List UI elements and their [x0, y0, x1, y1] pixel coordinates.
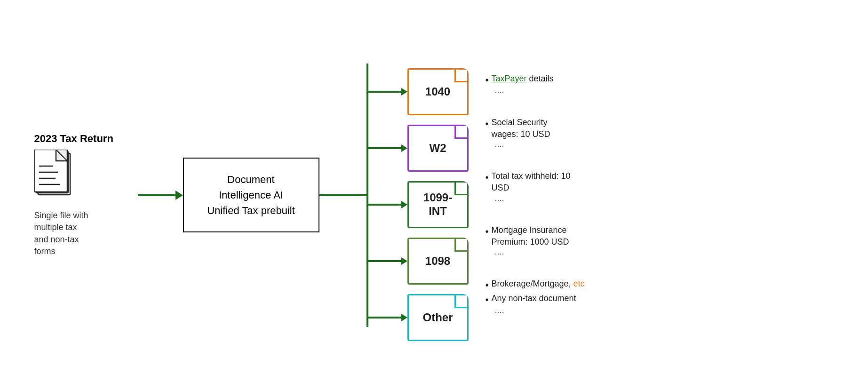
branch-structure: 1040 W2 1099-INT: [366, 64, 469, 327]
info-group-w2: • Social Securitywages: 10 USD ····: [486, 117, 585, 151]
form-label-other: Other: [422, 311, 453, 324]
info-text-social-security: Social Securitywages: 10 USD: [492, 117, 550, 140]
info-item-non-tax: • Any non-tax document: [486, 293, 585, 306]
branch-row-1099: 1099-INT: [368, 181, 469, 228]
info-text-brokerage: Brokerage/Mortgage, etc: [492, 278, 585, 290]
branch-h-1099: [368, 204, 401, 206]
bullet-2: •: [486, 117, 489, 130]
form-card-1099: 1099-INT: [407, 181, 469, 228]
branch-arrow-1098: [401, 257, 407, 265]
form-label-1040: 1040: [425, 85, 450, 98]
info-group-1098: • Mortgage InsurancePremium: 1000 USD ··…: [486, 224, 585, 259]
info-group-1040: • TaxPayer details ····: [486, 73, 585, 97]
branch-h-1098: [368, 260, 401, 262]
taxpayer-link: TaxPayer: [492, 74, 527, 83]
etc-label: etc: [573, 279, 585, 288]
document-icon: [34, 150, 77, 201]
form-card-1098: 1098: [407, 238, 469, 285]
info-section: • TaxPayer details ···· • Social Securit…: [486, 64, 585, 327]
form-card-1040: 1040: [407, 68, 469, 115]
doc-title: 2023 Tax Return: [34, 133, 113, 145]
info-group-1099: • Total tax withheld: 10USD ····: [486, 170, 585, 205]
info-text-non-tax: Any non-tax document: [492, 293, 576, 304]
info-item-taxpayer: • TaxPayer details: [486, 73, 585, 87]
info-dots-4: ····: [495, 249, 585, 259]
center-box-text: Document Intelligence AI Unified Tax pre…: [207, 174, 295, 216]
branch-arrow-other: [401, 314, 407, 321]
info-dots-5: ····: [495, 307, 585, 317]
info-dots-1: ····: [495, 88, 585, 97]
branch-arrow-1040: [401, 88, 407, 96]
left-section: 2023 Tax Return Single file with multipl…: [34, 133, 138, 257]
arrow-head-left: [175, 191, 183, 200]
branch-rows: 1040 W2 1099-INT: [368, 64, 469, 327]
bullet-1: •: [486, 73, 489, 87]
arrow-line-left: [138, 194, 175, 196]
diagram: 2023 Tax Return Single file with multipl…: [34, 64, 834, 327]
form-label-w2: W2: [430, 142, 446, 155]
bullet-6: •: [486, 293, 489, 306]
form-card-other: Other: [407, 294, 469, 341]
arrow-left: [138, 191, 183, 200]
bullet-5: •: [486, 279, 489, 292]
form-label-1098: 1098: [425, 255, 450, 268]
branch-row-1040: 1040: [368, 68, 469, 115]
arrow-main: [319, 194, 366, 196]
branch-row-other: Other: [368, 294, 469, 341]
info-text-taxpayer: TaxPayer details: [492, 73, 554, 85]
center-box: Document Intelligence AI Unified Tax pre…: [183, 158, 319, 232]
form-label-1099: 1099-INT: [423, 191, 452, 218]
info-item-brokerage: • Brokerage/Mortgage, etc: [486, 278, 585, 292]
branch-row-1098: 1098: [368, 238, 469, 285]
branch-h-w2: [368, 147, 401, 149]
info-text-mortgage: Mortgage InsurancePremium: 1000 USD: [492, 224, 569, 248]
info-item-tax-withheld: • Total tax withheld: 10USD: [486, 170, 585, 194]
bullet-3: •: [486, 171, 489, 184]
info-group-other: • Brokerage/Mortgage, etc • Any non-tax …: [486, 278, 585, 317]
branch-h-1040: [368, 91, 401, 93]
info-dots-3: ····: [495, 195, 585, 205]
info-dots-2: ····: [495, 141, 585, 151]
info-item-mortgage: • Mortgage InsurancePremium: 1000 USD: [486, 224, 585, 248]
branch-row-w2: W2: [368, 125, 469, 172]
arrow-line-main: [319, 194, 366, 196]
doc-label: Single file with multiple tax and non-ta…: [34, 210, 88, 257]
info-text-tax-withheld: Total tax withheld: 10USD: [492, 170, 571, 194]
info-item-social-security: • Social Securitywages: 10 USD: [486, 117, 585, 140]
bullet-4: •: [486, 225, 489, 238]
branch-h-other: [368, 317, 401, 318]
form-card-w2: W2: [407, 125, 469, 172]
branch-arrow-1099: [401, 201, 407, 208]
branch-arrow-w2: [401, 144, 407, 152]
